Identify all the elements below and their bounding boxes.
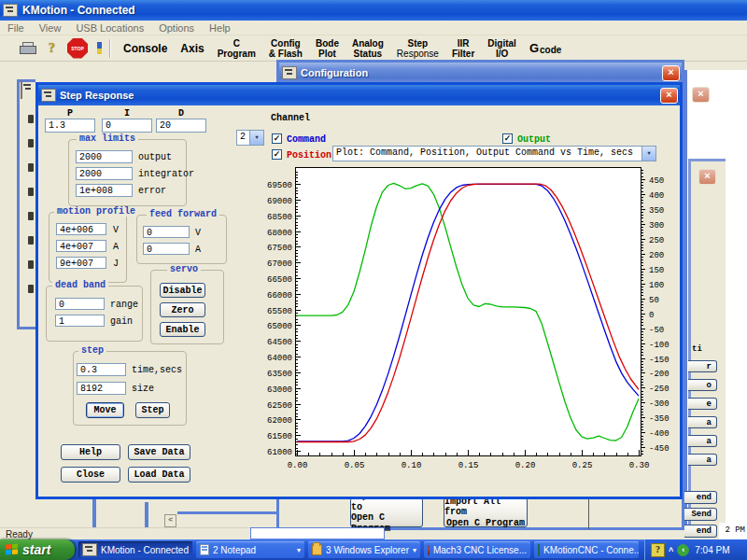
error-limit-label: error (138, 186, 166, 196)
window-edge-fragment (177, 511, 289, 527)
svg-text:0.25: 0.25 (572, 461, 593, 470)
taskbar-item-mach3[interactable]: Mach3 CNC License... (424, 541, 530, 558)
partial-button[interactable]: o (688, 379, 717, 391)
svg-text:61500: 61500 (267, 432, 292, 441)
background-close-icon-2[interactable]: × (698, 169, 716, 185)
scroll-left-icon[interactable]: < (164, 514, 176, 527)
step-time-field[interactable]: 0.3 (77, 363, 126, 376)
save-data-button[interactable]: Save Data (128, 444, 190, 460)
output-checkbox[interactable]: ✓ (502, 133, 513, 144)
partial-button[interactable]: e (688, 398, 717, 410)
stop-icon[interactable]: STOP (67, 38, 88, 59)
chevron-down-icon[interactable]: ▼ (641, 147, 655, 161)
p-field[interactable]: 1.3 (45, 119, 95, 133)
toolbar-iir-filter-button[interactable]: IIRFilter (445, 37, 481, 60)
step-response-titlebar[interactable]: Step Response × (38, 85, 680, 105)
output-checkbox-label: Output (517, 134, 551, 145)
partial-button[interactable]: r (688, 360, 717, 372)
toolbar-step-response-button[interactable]: StepResponse (390, 37, 445, 60)
send-button[interactable]: end (684, 525, 717, 538)
svg-text:100: 100 (649, 281, 664, 290)
menu-options[interactable]: Options (159, 22, 194, 34)
toolbar-config-flash-button[interactable]: Config& Flash (262, 37, 309, 60)
i-label: I (102, 108, 152, 119)
print-icon[interactable] (20, 42, 35, 55)
help-button[interactable]: Help (61, 444, 120, 460)
help-icon[interactable]: ? (49, 41, 55, 56)
flag-icon[interactable] (97, 42, 102, 54)
menu-help[interactable]: Help (209, 22, 231, 34)
configuration-title: Configuration (301, 67, 658, 78)
partial-button[interactable]: a (688, 435, 717, 447)
enable-button[interactable]: Enable (160, 322, 205, 337)
toolbar-gcode-button[interactable]: Gcode (523, 40, 568, 56)
ff-accel-field[interactable]: 0 (143, 243, 190, 255)
command-checkbox[interactable]: ✓ (272, 133, 282, 144)
step-response-icon (41, 89, 56, 102)
background-close-icon[interactable]: × (692, 87, 710, 103)
tray-hide-icon[interactable]: ˄ (669, 545, 673, 554)
import-all-button[interactable]: Import All fromOpen C Program (444, 497, 528, 527)
svg-text:65000: 65000 (267, 322, 292, 331)
disable-button[interactable]: Disable (160, 283, 205, 298)
i-field[interactable]: 0 (102, 119, 152, 133)
svg-text:64000: 64000 (267, 354, 292, 363)
menu-usb-locations[interactable]: USB Locations (76, 22, 144, 34)
chevron-down-icon[interactable]: ▾ (297, 546, 301, 554)
dead-band-group (46, 286, 143, 342)
jerk-field[interactable]: 9e+007 (56, 257, 106, 269)
range-field[interactable]: 0 (55, 298, 105, 310)
step-button[interactable]: Step (135, 402, 170, 418)
close-button[interactable]: Close (61, 467, 120, 483)
toolbar-axis-button[interactable]: Axis (174, 41, 210, 56)
step-size-field[interactable]: 8192 (77, 382, 126, 395)
toolbar-c-program-button[interactable]: CProgram (211, 37, 262, 60)
kmotion-app-icon (3, 4, 18, 17)
tray-eject-icon[interactable]: ‹ (677, 544, 689, 556)
svg-text:400: 400 (649, 191, 664, 201)
command-checkbox-label: Command (287, 134, 326, 145)
taskbar-item-kmotioncnc[interactable]: KMotionCNC - Conne... (534, 541, 639, 558)
step-response-close-icon[interactable]: × (660, 88, 678, 104)
configuration-close-icon[interactable]: × (662, 65, 680, 81)
velocity-field[interactable]: 4e+006 (56, 223, 106, 235)
taskbar-item-explorer[interactable]: 3 Windows Explorer ▾ (308, 541, 420, 558)
windows-logo-icon (6, 543, 19, 556)
toolbar-console-button[interactable]: Console (117, 41, 174, 56)
send-button[interactable]: end (684, 491, 717, 504)
error-limit-field[interactable]: 1e+008 (76, 184, 133, 197)
accel-field[interactable]: 4e+007 (56, 240, 106, 252)
ff-velocity-label: V (195, 228, 201, 238)
accel-label: A (113, 242, 119, 252)
export-all-button[interactable]: Export All toOpen C Program (350, 497, 423, 527)
position-checkbox[interactable]: ✓ (272, 149, 282, 160)
partial-label: ti (692, 344, 702, 354)
send-button[interactable]: Send (684, 508, 717, 521)
toolbar-analog-status-button[interactable]: AnalogStatus (345, 37, 390, 60)
tray-help-icon[interactable]: ? (651, 543, 665, 557)
partial-button[interactable]: a (688, 416, 717, 428)
gain-field[interactable]: 1 (55, 315, 105, 327)
output-limit-field[interactable]: 2000 (76, 150, 133, 163)
start-button[interactable]: start (0, 539, 75, 560)
divider (588, 496, 589, 529)
chevron-down-icon[interactable]: ▾ (413, 546, 416, 554)
taskbar-item-kmotion[interactable]: KMotion - Connected (78, 541, 192, 558)
load-data-button[interactable]: Load Data (128, 467, 190, 483)
taskbar-item-notepad[interactable]: 2 Notepad ▾ (196, 541, 304, 558)
svg-text:0.10: 0.10 (402, 461, 422, 470)
toolbar-digital-io-button[interactable]: DigitalI/O (481, 37, 523, 60)
move-button[interactable]: Move (86, 402, 124, 418)
toolbar-bode-plot-button[interactable]: BodePlot (309, 37, 345, 60)
partial-button[interactable]: a (688, 454, 717, 466)
menu-file[interactable]: File (7, 22, 24, 34)
ff-velocity-field[interactable]: 0 (143, 226, 190, 238)
menu-view[interactable]: View (39, 22, 62, 34)
svg-text:65500: 65500 (267, 307, 292, 316)
d-field[interactable]: 20 (156, 119, 206, 133)
integrator-limit-field[interactable]: 2000 (76, 167, 133, 180)
zero-button[interactable]: Zero (160, 302, 205, 317)
channel-select[interactable]: 2 ▼ (236, 130, 264, 146)
chevron-down-icon[interactable]: ▼ (249, 131, 263, 145)
window-edge-fragment (250, 527, 385, 539)
